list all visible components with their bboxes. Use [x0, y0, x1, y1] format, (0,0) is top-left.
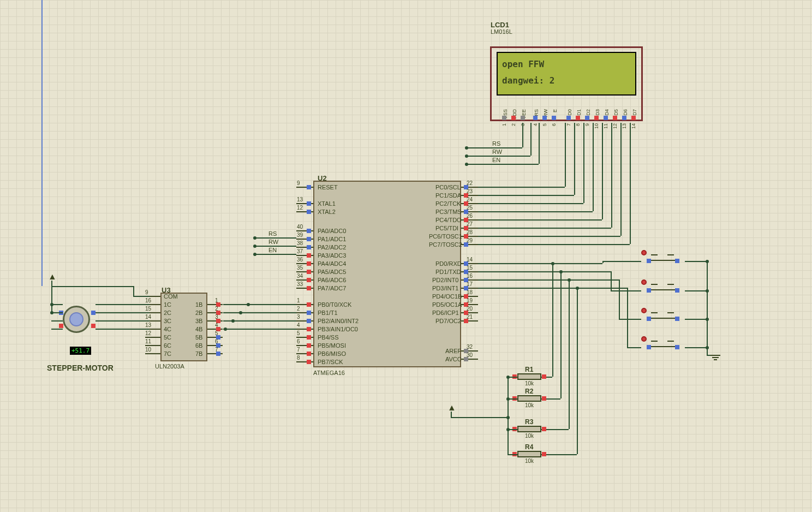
- junction: [559, 270, 563, 273]
- push-button[interactable]: [641, 312, 685, 325]
- junction: [465, 146, 468, 150]
- mcu-pin-num: 3: [297, 314, 300, 320]
- resistor[interactable]: [517, 426, 541, 432]
- drv-pin-name: 5B: [195, 334, 202, 341]
- res-pin: [542, 452, 546, 456]
- wire: [685, 290, 707, 291]
- mcu-pin-num: 12: [297, 205, 303, 211]
- lcd-pin-state: [552, 116, 556, 120]
- wire: [133, 286, 134, 296]
- lcd-pin-state: [511, 116, 516, 120]
- drv-pin-num: 14: [145, 314, 151, 320]
- lcd-line2: dangwei: 2: [502, 75, 554, 86]
- mcu-pin-name: PA7/ADC7: [318, 285, 346, 291]
- wire: [223, 312, 296, 313]
- mcu-pin-name: PA1/ADC1: [318, 236, 346, 242]
- drv-pin-name: 6B: [195, 342, 202, 349]
- drv-pin-line: [145, 353, 160, 354]
- wire: [569, 279, 570, 429]
- drv-pin-name: 1C: [164, 301, 171, 308]
- wire: [51, 329, 63, 330]
- mcu-pin-name: PC1/SDA: [435, 192, 458, 199]
- resistor[interactable]: [517, 395, 541, 402]
- wire: [685, 261, 707, 262]
- mcu-pin-state: [307, 229, 311, 233]
- mcu-pin-state: [464, 242, 468, 247]
- mcu-pin-name: PA5/ADC5: [318, 269, 346, 275]
- lcd-pin-label: D2: [586, 109, 591, 116]
- wire: [95, 312, 150, 313]
- stepper-motor[interactable]: [63, 306, 90, 333]
- net-rw: RW: [268, 239, 278, 245]
- lcd-screen: [497, 52, 636, 96]
- drv-pin-name: 5C: [164, 334, 171, 341]
- mcu-pin-num: 38: [297, 240, 303, 246]
- junction: [239, 311, 242, 314]
- mcu-pin-num: 8: [297, 355, 300, 361]
- push-button[interactable]: [641, 284, 685, 297]
- wire: [478, 211, 593, 212]
- mcu-pin-name: AREF: [445, 348, 458, 354]
- lcd-pin-num: 9: [584, 123, 590, 126]
- wire: [619, 319, 641, 320]
- wire: [478, 279, 619, 281]
- gnd-symbol: [710, 355, 720, 360]
- wire: [611, 123, 612, 228]
- drv-pin-num: 10: [145, 347, 151, 353]
- mcu-pin-name: PB0/T0/XCK: [318, 301, 351, 308]
- mcu-pin-name: PA0/ADC0: [318, 228, 346, 234]
- drv-pin-name: 2C: [164, 309, 171, 316]
- mcu-pin-name: PA4/ADC4: [318, 260, 346, 267]
- net-rw2: RW: [492, 148, 502, 155]
- lcd-pin-state: [604, 116, 608, 120]
- mcu-pin-name: PA6/ADC6: [318, 277, 346, 283]
- junction: [506, 416, 510, 419]
- mcu-pin-name: PD1/TXD: [435, 269, 458, 275]
- net-en: EN: [268, 247, 277, 253]
- junction: [506, 428, 510, 431]
- push-button[interactable]: [641, 341, 685, 354]
- wire: [51, 320, 63, 322]
- mcu-pin-num: 36: [297, 257, 303, 263]
- wire: [95, 320, 150, 322]
- junction: [506, 397, 510, 401]
- drv-pin-name: 3C: [164, 318, 171, 324]
- mcu-pin-name: PC5/TDI: [435, 225, 458, 231]
- mcu-pin-num: 2: [297, 306, 300, 312]
- lcd-ref: LCD1: [491, 21, 509, 29]
- lcd-pin-label: D4: [604, 109, 610, 116]
- junction: [568, 278, 571, 282]
- wire: [565, 123, 566, 187]
- mcu-pin-num: 33: [297, 281, 303, 287]
- res-value: 10k: [525, 433, 534, 439]
- mcu-pin-name: PD2/INT0: [432, 277, 458, 283]
- guide-line: [41, 0, 43, 286]
- push-button[interactable]: [641, 254, 685, 267]
- wire: [619, 279, 620, 319]
- lcd-pin-state: [542, 116, 547, 120]
- wire: [577, 288, 578, 454]
- wire: [254, 254, 296, 255]
- mcu-pin-state: [307, 245, 311, 249]
- wire: [583, 123, 584, 203]
- resistor[interactable]: [517, 373, 541, 380]
- wire: [685, 347, 707, 348]
- wire: [507, 454, 517, 455]
- mcu-pin-num: 35: [297, 265, 303, 271]
- mcu-pin-num: 5: [297, 330, 300, 336]
- res-ref: R2: [525, 388, 533, 395]
- motor-value: +51.7: [70, 347, 91, 355]
- lcd-pin-state: [566, 116, 571, 120]
- mcu-pin-state: [307, 302, 311, 307]
- res-value: 10k: [525, 380, 534, 386]
- lcd-pin-num: 11: [603, 123, 608, 129]
- drv-pin-num: 12: [145, 330, 151, 336]
- mcu-pin-name: PC6/TOSC1: [429, 233, 458, 240]
- wire: [539, 123, 540, 164]
- resistor[interactable]: [517, 451, 541, 457]
- lcd-pin-label: E: [552, 109, 558, 112]
- drv-pin-name: COM: [164, 293, 178, 300]
- wire: [478, 187, 565, 188]
- wire: [630, 123, 631, 244]
- wire: [223, 329, 296, 330]
